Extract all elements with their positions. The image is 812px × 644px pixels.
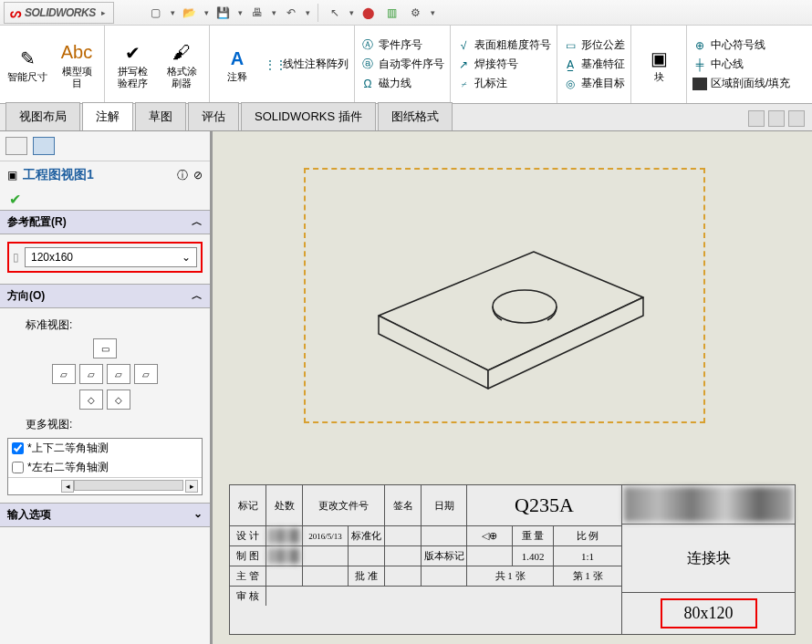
rebuild-all-button[interactable]: ▥: [381, 2, 403, 24]
view-front[interactable]: ▭: [93, 338, 117, 358]
tb-proj-symbol: ◁⊕: [467, 526, 513, 545]
scroll-right-icon[interactable]: ▸: [185, 480, 198, 493]
linear-pattern-button[interactable]: ⋮⋮线性注释阵列: [265, 57, 349, 72]
ref-config-header[interactable]: 参考配置(R)︿: [0, 210, 210, 234]
model-items-icon: Abc: [61, 40, 92, 66]
more-view-iso2[interactable]: *左右二等角轴测: [8, 458, 202, 477]
save-button[interactable]: 💾: [213, 2, 234, 24]
datum-button[interactable]: A̲基准特征: [563, 57, 625, 72]
surface-finish-button[interactable]: √表面粗糙度符号: [456, 37, 551, 53]
standard-views-label: 标准视图:: [7, 316, 203, 338]
hole-callout-button[interactable]: ⌿孔标注: [456, 76, 551, 91]
view-zoom-icon[interactable]: [768, 110, 785, 127]
drawing-view-isometric[interactable]: [351, 197, 661, 398]
brush-icon: 🖌: [172, 40, 191, 66]
tb-design-date: 2016/5/13: [303, 526, 349, 545]
tb-change-label: 更改文件号: [303, 485, 385, 525]
tab-evaluate[interactable]: 评估: [188, 102, 239, 130]
magnetic-line-button[interactable]: Ω磁力线: [360, 76, 444, 91]
tb-manage-label: 主 管: [230, 566, 266, 586]
drawing-canvas[interactable]: 标记 处数 更改文件号 签名 日期 Q235A 设 计 2016/5/13 标准…: [213, 131, 812, 644]
view-top[interactable]: ▱: [79, 364, 103, 384]
iso1-checkbox[interactable]: [12, 442, 24, 454]
print-button[interactable]: 🖶: [246, 2, 268, 24]
panel-tab-feature[interactable]: [5, 137, 27, 155]
view-iso2[interactable]: ◇: [107, 390, 130, 410]
open-button[interactable]: 📂: [179, 2, 201, 24]
undo-button[interactable]: ↶: [280, 2, 302, 24]
select-dd-icon[interactable]: ▾: [348, 8, 356, 17]
view-iso1[interactable]: ◇: [79, 390, 103, 410]
auto-balloon-button[interactable]: ⓐ自动零件序号: [360, 57, 444, 72]
logo-dropdown-icon[interactable]: ▸: [99, 8, 108, 17]
new-dd-icon[interactable]: ▾: [169, 8, 177, 17]
tab-addins[interactable]: SOLIDWORKS 插件: [241, 102, 376, 130]
iso2-checkbox[interactable]: [12, 462, 24, 473]
tb-mark-label: 标记: [230, 485, 266, 525]
hatch-button[interactable]: ▦区域剖面线/填充: [692, 76, 790, 91]
note-button[interactable]: A 注释: [215, 29, 259, 99]
view-display-icon[interactable]: [788, 110, 805, 127]
hatch-icon: ▦: [692, 78, 707, 90]
weld-icon: ↗: [456, 58, 471, 71]
ribbon: ✎ 智能尺寸 Abc 模型项 目 ✔ 拼写检 验程序 🖌 格式涂 刷器 A 注释…: [0, 26, 812, 104]
geo-tol-button[interactable]: ▭形位公差: [563, 37, 625, 53]
format-painter-button[interactable]: 🖌 格式涂 刷器: [160, 29, 203, 99]
model-items-button[interactable]: Abc 模型项 目: [55, 29, 99, 99]
center-mark-button[interactable]: ⊕中心符号线: [692, 37, 790, 53]
smart-dimension-button[interactable]: ✎ 智能尺寸: [5, 29, 49, 99]
tb-standard-label: 标准化: [349, 526, 385, 545]
new-button[interactable]: ▢: [145, 2, 167, 24]
config-icon: ▯: [13, 251, 19, 264]
view-right[interactable]: ▱: [107, 364, 130, 384]
orientation-header[interactable]: 方向(O)︿: [0, 284, 210, 308]
centerline-button[interactable]: ╪中心线: [692, 57, 790, 72]
collapse-icon: ︿: [192, 214, 203, 230]
view-left[interactable]: ▱: [52, 364, 76, 384]
undo-dd-icon[interactable]: ▾: [304, 8, 312, 17]
list-scrollbar[interactable]: ◂ ▸: [8, 477, 202, 494]
tab-annotation[interactable]: 注解: [82, 102, 133, 130]
tb-sign-label: 签名: [385, 485, 422, 525]
more-views-label: 更多视图:: [7, 415, 203, 438]
centerline-icon: ╪: [692, 58, 707, 71]
dimension-icon: ✎: [20, 46, 36, 71]
pattern-icon: ⋮⋮: [265, 58, 279, 71]
rebuild-button[interactable]: ⬤: [358, 2, 380, 24]
print-dd-icon[interactable]: ▾: [270, 8, 278, 17]
tb-draw-label: 制 图: [230, 546, 266, 566]
select-button[interactable]: ↖: [324, 2, 346, 24]
tb-check-label: 审 核: [230, 587, 266, 606]
view-boundary[interactable]: [304, 168, 705, 423]
search-icon[interactable]: [748, 110, 765, 127]
note-icon: A: [231, 46, 244, 71]
options-button[interactable]: ⚙: [405, 2, 427, 24]
more-views-list: *上下二等角轴测 *左右二等角轴测 ◂ ▸: [7, 438, 203, 495]
weld-symbol-button[interactable]: ↗焊接符号: [456, 57, 551, 72]
datum-target-button[interactable]: ◎基准目标: [563, 76, 625, 91]
options-dd-icon[interactable]: ▾: [429, 8, 437, 17]
panel-tab-property[interactable]: [33, 137, 55, 155]
tab-sketch[interactable]: 草图: [135, 102, 186, 130]
tb-date-label: 日期: [422, 485, 467, 525]
tb-material: Q235A: [467, 485, 621, 525]
tab-layout[interactable]: 视图布局: [5, 102, 80, 130]
spell-check-button[interactable]: ✔ 拼写检 验程序: [110, 29, 154, 99]
more-view-iso1[interactable]: *上下二等角轴测: [8, 439, 202, 458]
save-dd-icon[interactable]: ▾: [236, 8, 245, 17]
balloon-button[interactable]: Ⓐ零件序号: [360, 37, 444, 53]
tab-sheet-format[interactable]: 图纸格式: [378, 102, 453, 130]
view-back[interactable]: ▱: [134, 364, 158, 384]
input-options-header[interactable]: 输入选项⌄: [0, 503, 210, 527]
app-logo: ᔕ SOLIDWORKS ▸: [4, 2, 114, 24]
ref-config-combo[interactable]: 120x160 ⌄: [25, 247, 197, 267]
tb-version: 1.402: [513, 546, 554, 566]
block-button[interactable]: ▣ 块: [637, 29, 681, 99]
scroll-left-icon[interactable]: ◂: [61, 480, 74, 493]
command-tabs: 视图布局 注解 草图 评估 SOLIDWORKS 插件 图纸格式: [0, 104, 812, 131]
ok-button[interactable]: ✔: [0, 189, 210, 210]
pin-icon[interactable]: ⊘: [193, 169, 203, 182]
help-icon[interactable]: ⓘ: [177, 168, 188, 183]
tb-design-sig: [266, 526, 303, 545]
open-dd-icon[interactable]: ▾: [203, 8, 211, 17]
